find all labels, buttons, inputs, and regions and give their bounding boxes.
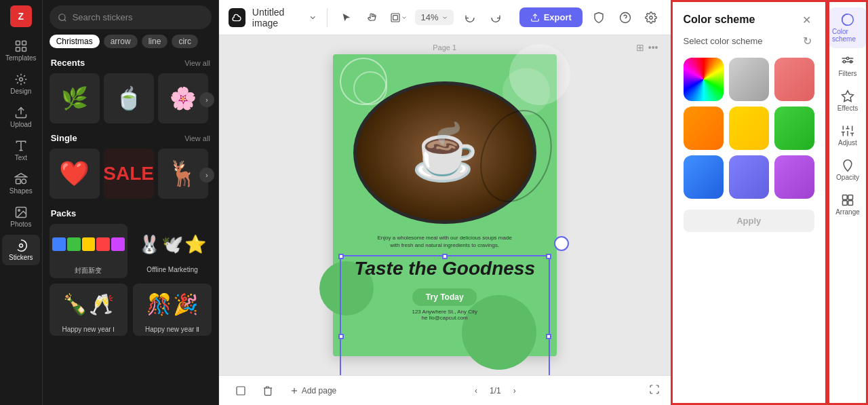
left-sidebar: Z Templates Design Upload Text Shapes Ph… xyxy=(0,0,43,405)
refresh-btn[interactable]: ↻ xyxy=(800,33,814,48)
pack-item-4[interactable]: 🎊 🎉 Happy new year Ⅱ xyxy=(133,284,212,336)
right-item-opacity[interactable]: Opacity xyxy=(829,153,866,187)
color-swatch-purple[interactable] xyxy=(774,155,814,199)
cursor-tool-btn[interactable] xyxy=(337,7,357,28)
color-scheme-icon xyxy=(841,13,854,26)
filter-christmas[interactable]: Christmas xyxy=(50,35,100,48)
pack-item-2[interactable]: 🐰 🕊️ ⭐ Offline Marketing xyxy=(133,224,212,278)
right-label-effects: Effects xyxy=(837,104,858,112)
sidebar-item-templates[interactable]: Templates xyxy=(2,35,40,66)
sticker-recent-2[interactable]: 🍵 xyxy=(104,73,154,123)
sel-handle-mr[interactable] xyxy=(546,334,551,339)
sidebar-item-design[interactable]: Design xyxy=(2,69,40,99)
color-swatch-yellow[interactable] xyxy=(729,107,769,150)
pack-item-3[interactable]: 🍾 🥂 Happy new year Ⅰ xyxy=(50,284,128,336)
recents-view-all[interactable]: View all xyxy=(184,59,210,67)
color-grid xyxy=(673,55,825,201)
rotate-handle[interactable]: ↻ xyxy=(554,236,569,251)
export-button[interactable]: Export xyxy=(519,7,583,27)
recents-next-btn[interactable]: › xyxy=(199,92,214,107)
color-swatch-orange[interactable] xyxy=(684,107,724,150)
top-toolbar: Untitled image 14% Export xyxy=(219,0,671,35)
svg-rect-3 xyxy=(22,47,26,52)
color-swatch-purple-blue[interactable] xyxy=(729,155,769,199)
shapes-icon xyxy=(14,172,28,186)
svg-rect-22 xyxy=(237,387,245,395)
svg-rect-2 xyxy=(16,47,20,52)
sidebar-item-shapes[interactable]: Shapes xyxy=(2,168,40,199)
single-next-btn[interactable]: › xyxy=(199,168,214,182)
color-swatch-gray[interactable] xyxy=(729,58,769,101)
right-item-adjust[interactable]: Adjust xyxy=(829,119,866,152)
file-name-area[interactable]: Untitled image xyxy=(252,7,317,28)
panel-subtitle: Select color scheme xyxy=(684,36,763,46)
search-icon xyxy=(58,13,67,22)
right-item-color-scheme[interactable]: Color scheme xyxy=(829,7,866,48)
filter-line[interactable]: line xyxy=(142,35,168,48)
sidebar-label-upload: Upload xyxy=(10,121,32,128)
pack-name-3: Happy new year Ⅰ xyxy=(50,324,128,336)
svg-rect-0 xyxy=(16,41,20,45)
single-header: Single View all xyxy=(43,129,218,146)
sel-handle-tr[interactable] xyxy=(546,254,551,259)
toolbar-logo xyxy=(229,8,245,27)
plus-icon xyxy=(290,386,299,396)
panel-close-btn[interactable]: ✕ xyxy=(798,12,814,28)
stickers-icon xyxy=(14,239,28,252)
svg-rect-17 xyxy=(393,15,398,20)
redo-btn[interactable] xyxy=(486,7,506,28)
canvas-card: ☕ Enjoy a wholesome meal with our delici… xyxy=(333,54,557,356)
color-swatch-rainbow[interactable] xyxy=(684,58,724,101)
color-swatch-blue[interactable] xyxy=(684,155,724,199)
sidebar-item-text[interactable]: Text xyxy=(2,135,40,166)
right-item-arrange[interactable]: Arrange xyxy=(829,188,866,221)
right-item-effects[interactable]: Effects xyxy=(829,84,866,117)
redo-icon xyxy=(490,12,501,23)
add-page-btn[interactable]: Add page xyxy=(284,383,342,398)
right-item-filters[interactable]: Filters xyxy=(829,50,866,83)
zoom-control[interactable]: 14% xyxy=(415,9,453,25)
sel-handle-ml[interactable] xyxy=(338,334,344,339)
bottom-actions: Add page xyxy=(230,383,342,399)
svg-rect-43 xyxy=(843,195,848,200)
sticker-single-1[interactable]: ❤️ xyxy=(50,149,100,199)
svg-point-26 xyxy=(843,60,845,62)
sidebar-label-design: Design xyxy=(10,88,31,95)
sidebar-item-photos[interactable]: Photos xyxy=(2,201,40,232)
svg-point-14 xyxy=(58,14,64,20)
filter-circ[interactable]: circ xyxy=(172,35,198,48)
page-more-btn[interactable]: ••• xyxy=(648,42,658,53)
filter-arrow[interactable]: arrow xyxy=(104,35,138,48)
search-input[interactable] xyxy=(73,12,203,22)
sidebar-item-stickers[interactable]: Stickers xyxy=(2,235,40,265)
color-swatch-pink[interactable] xyxy=(774,58,814,101)
svg-rect-45 xyxy=(843,201,848,206)
undo-btn[interactable] xyxy=(460,7,480,28)
page-navigation: ‹ 1/1 › xyxy=(468,383,523,399)
prev-page-btn[interactable]: ‹ xyxy=(468,383,484,399)
canvas-blob-4 xyxy=(462,295,536,370)
settings-btn[interactable] xyxy=(642,7,661,28)
frame-tool-btn[interactable] xyxy=(389,7,409,28)
sticker-single-2[interactable]: SALE xyxy=(104,149,154,199)
recents-title: Recents xyxy=(51,58,85,68)
fit-btn[interactable] xyxy=(649,384,660,398)
canvas-title: Taste the Goodness xyxy=(343,258,547,279)
svg-marker-33 xyxy=(842,91,854,102)
pack-item-1[interactable]: 封面新变 xyxy=(50,224,128,278)
delete-page-btn[interactable] xyxy=(257,383,279,399)
color-swatch-green[interactable] xyxy=(774,107,814,150)
search-bar-container[interactable] xyxy=(50,5,212,29)
page-icon-btn[interactable]: ⊞ xyxy=(636,42,644,53)
hand-tool-btn[interactable] xyxy=(363,7,382,28)
shield-btn[interactable] xyxy=(589,7,609,28)
photos-icon xyxy=(14,206,28,219)
sticker-recent-1[interactable]: 🌿 xyxy=(50,73,100,123)
insert-page-btn[interactable] xyxy=(230,383,252,399)
filters-icon xyxy=(841,55,854,69)
help-btn[interactable] xyxy=(615,7,635,28)
single-view-all[interactable]: View all xyxy=(184,134,210,142)
sidebar-item-upload[interactable]: Upload xyxy=(2,102,40,132)
shield-icon xyxy=(593,12,605,24)
next-page-btn[interactable]: › xyxy=(507,383,523,399)
